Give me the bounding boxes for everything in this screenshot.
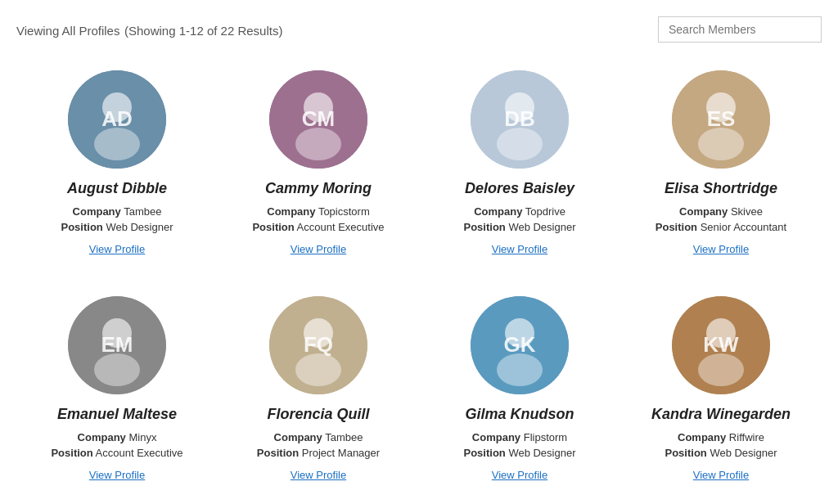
profile-name: August Dibble — [67, 180, 167, 197]
svg-point-30 — [698, 353, 744, 386]
view-profile-button[interactable]: View Profile — [693, 469, 749, 481]
svg-point-14 — [698, 128, 744, 160]
svg-text:CM: CM — [302, 106, 335, 131]
profile-company: Company Topicstorm — [267, 205, 369, 218]
profile-card: DB Delores Baisley Company Topdrive Posi… — [419, 62, 620, 272]
profile-position: Position Account Executive — [51, 447, 182, 459]
profile-name: Emanuel Maltese — [57, 406, 177, 423]
svg-point-26 — [497, 353, 543, 386]
profile-card: CM Cammy Moring Company Topicstorm Posit… — [218, 62, 419, 272]
svg-point-2 — [94, 128, 140, 160]
profile-position: Position Web Designer — [665, 447, 777, 459]
view-profile-button[interactable]: View Profile — [291, 469, 346, 481]
view-profile-button[interactable]: View Profile — [492, 469, 547, 481]
svg-point-18 — [94, 353, 140, 386]
profile-company: Company Tambee — [73, 205, 162, 218]
profile-position: Position Senior Accountant — [656, 221, 786, 233]
avatar: KW — [672, 296, 770, 394]
profile-position: Position Project Manager — [257, 447, 380, 459]
avatar: DB — [471, 70, 569, 169]
page-title: Viewing All Profiles (Showing 1-12 of 22… — [16, 20, 282, 39]
avatar: ES — [672, 70, 770, 169]
profile-position: Position Web Designer — [61, 221, 173, 233]
profile-card: KW Kandra Winegarden Company Riffwire Po… — [620, 288, 822, 497]
profile-card: AD August Dibble Company Tambee Position… — [16, 62, 218, 272]
view-profile-button[interactable]: View Profile — [89, 243, 145, 255]
view-profile-button[interactable]: View Profile — [693, 243, 749, 255]
svg-text:ES: ES — [707, 106, 736, 131]
title-text: Viewing All Profiles — [16, 24, 119, 38]
svg-point-22 — [295, 353, 341, 386]
profile-company: Company Skivee — [679, 205, 763, 218]
profile-name: Florencia Quill — [267, 406, 369, 423]
profile-company: Company Flipstorm — [472, 431, 567, 443]
profiles-grid: AD August Dibble Company Tambee Position… — [16, 62, 822, 497]
profile-company: Company Minyx — [78, 431, 157, 443]
search-input[interactable] — [658, 16, 822, 43]
profile-company: Company Tambee — [274, 431, 363, 443]
profile-company: Company Topdrive — [474, 205, 565, 218]
svg-text:EM: EM — [101, 332, 133, 357]
svg-point-6 — [295, 128, 341, 160]
profile-position: Position Account Executive — [252, 221, 384, 233]
profile-name: Kandra Winegarden — [651, 406, 791, 423]
profile-card: ES Elisa Shortridge Company Skivee Posit… — [620, 62, 822, 272]
svg-point-10 — [497, 128, 543, 160]
svg-text:GK: GK — [504, 332, 536, 357]
profile-card: FQ Florencia Quill Company Tambee Positi… — [218, 288, 419, 497]
subtitle-text: (Showing 1-12 of 22 Results) — [124, 24, 282, 38]
profile-position: Position Web Designer — [463, 221, 575, 233]
profile-name: Elisa Shortridge — [665, 180, 777, 197]
avatar: GK — [471, 296, 569, 394]
profile-position: Position Web Designer — [463, 447, 575, 459]
profile-name: Delores Baisley — [465, 180, 574, 197]
avatar: FQ — [269, 296, 367, 394]
avatar: AD — [68, 70, 166, 169]
svg-text:DB: DB — [504, 106, 535, 131]
view-profile-button[interactable]: View Profile — [492, 243, 547, 255]
profile-company: Company Riffwire — [678, 431, 764, 443]
svg-text:AD: AD — [101, 106, 133, 131]
svg-text:FQ: FQ — [304, 332, 333, 357]
svg-text:KW: KW — [703, 332, 739, 357]
avatar: CM — [269, 70, 367, 169]
page-header: Viewing All Profiles (Showing 1-12 of 22… — [16, 16, 822, 43]
view-profile-button[interactable]: View Profile — [89, 469, 145, 481]
profile-name: Gilma Knudson — [465, 406, 574, 423]
profile-name: Cammy Moring — [265, 180, 372, 197]
avatar: EM — [68, 296, 166, 394]
view-profile-button[interactable]: View Profile — [291, 243, 346, 255]
profile-card: EM Emanuel Maltese Company Minyx Positio… — [16, 288, 218, 497]
profile-card: GK Gilma Knudson Company Flipstorm Posit… — [419, 288, 620, 497]
